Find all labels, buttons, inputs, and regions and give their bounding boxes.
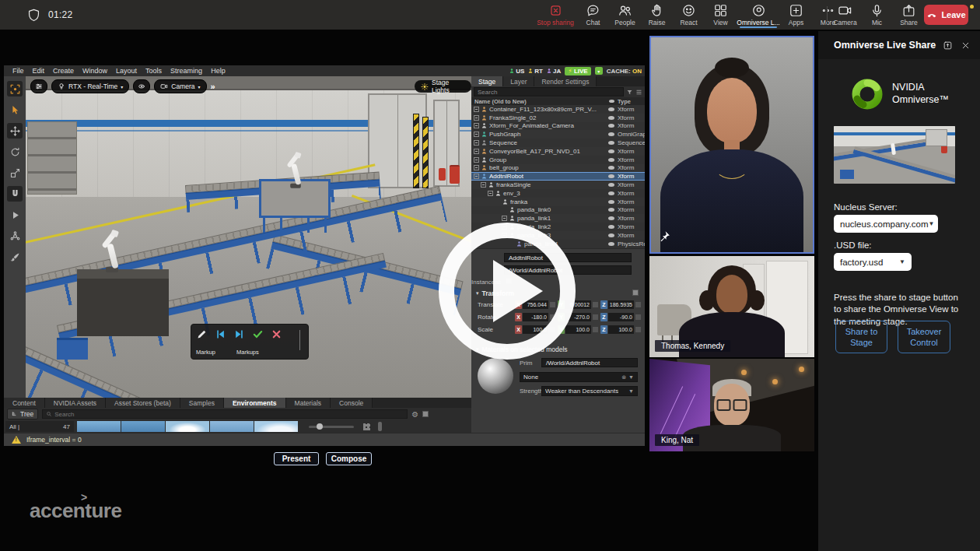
participant-tile-pinned[interactable] xyxy=(649,36,814,254)
visibility-button[interactable] xyxy=(133,79,150,93)
visibility-eye-icon[interactable] xyxy=(608,242,614,246)
visibility-eye-icon[interactable] xyxy=(608,225,614,229)
takeover-control-button[interactable]: Takeover Control xyxy=(898,321,950,353)
capture-tool[interactable] xyxy=(7,81,23,97)
omniverse-app-button[interactable]: Omniverse L... xyxy=(737,0,780,30)
live-badge[interactable]: ⚡LIVE xyxy=(565,67,590,75)
x-value-field[interactable]: 100.0 xyxy=(523,325,548,334)
environment-thumbnail[interactable] xyxy=(254,421,298,432)
stage-search-input[interactable]: Search xyxy=(474,87,624,97)
share-to-stage-button[interactable]: Share to Stage xyxy=(835,321,887,353)
stage-lights-button[interactable]: Stage Lights xyxy=(415,80,471,93)
expander-icon[interactable] xyxy=(474,107,479,112)
menu-item[interactable]: Layout xyxy=(116,67,137,75)
prim-name-field[interactable]: AddtnlRobot xyxy=(504,253,632,262)
transform-section-header[interactable]: ▾Transform xyxy=(476,290,514,297)
stop-sharing-button[interactable]: Stop sharing xyxy=(534,0,577,30)
grid-icon[interactable] xyxy=(363,423,370,430)
env-category-all[interactable]: All |47 xyxy=(5,421,74,432)
scale-tool[interactable] xyxy=(7,165,23,181)
z-value-field[interactable]: 186.5935 xyxy=(608,300,634,309)
tree-row[interactable]: Group Xform xyxy=(471,156,645,164)
paint-tool[interactable] xyxy=(7,249,23,265)
tree-row[interactable]: franka Xform xyxy=(471,198,645,206)
tree-row[interactable]: panda_link1 Xform xyxy=(471,214,645,223)
visibility-eye-icon[interactable] xyxy=(608,158,614,162)
expander-icon[interactable] xyxy=(474,174,479,179)
previous-markup-icon[interactable] xyxy=(215,328,226,340)
tree-row[interactable]: panda_link2 Xform xyxy=(471,223,645,231)
environment-thumbnail[interactable] xyxy=(166,421,209,432)
compose-button[interactable]: Compose xyxy=(326,452,372,465)
expander-icon[interactable] xyxy=(502,233,507,238)
play-tool[interactable] xyxy=(7,207,23,223)
people-button[interactable]: People xyxy=(609,0,641,30)
select-tool[interactable] xyxy=(7,102,23,118)
tree-row[interactable]: Container_F11_123x80x89cm_PR_V... Xform xyxy=(471,105,645,114)
visibility-eye-icon[interactable] xyxy=(608,132,614,136)
scrollbar[interactable] xyxy=(378,422,382,431)
participant-tile[interactable]: King, Nat xyxy=(649,359,814,451)
visibility-eye-icon[interactable] xyxy=(608,141,614,145)
browser-tab[interactable]: Console xyxy=(331,398,373,408)
tree-row[interactable]: panda_link0 Xform xyxy=(471,206,645,215)
panel-tab[interactable]: Render Settings xyxy=(534,76,597,86)
react-button[interactable]: React xyxy=(673,0,705,30)
move-tool[interactable] xyxy=(7,123,23,139)
tree-row[interactable]: env_3 Xform xyxy=(471,189,645,198)
viewport-options-button[interactable] xyxy=(30,79,47,93)
tree-row[interactable]: panda_link4 PhysicsRevolute xyxy=(471,240,645,248)
close-icon[interactable] xyxy=(961,40,971,51)
render-mode-pill[interactable]: RTX - Real-Time ▾ xyxy=(51,79,129,93)
panel-tab[interactable]: Layer xyxy=(503,76,534,86)
filter-icon[interactable] xyxy=(626,89,633,96)
instanceable-checkbox[interactable] xyxy=(506,278,512,284)
browser-tab[interactable]: Materials xyxy=(286,398,331,408)
raise-hand-button[interactable]: Raise xyxy=(641,0,673,30)
grid-view-icon[interactable] xyxy=(422,411,429,417)
prim-path-field[interactable]: /World/AddtnlRobot xyxy=(504,265,632,275)
visibility-eye-icon[interactable] xyxy=(608,183,614,187)
browser-tab[interactable]: Environments xyxy=(224,398,286,408)
visibility-eye-icon[interactable] xyxy=(608,116,614,120)
environment-thumbnail[interactable] xyxy=(77,421,121,432)
environment-thumbnail[interactable] xyxy=(121,421,165,432)
present-button[interactable]: Present xyxy=(274,452,319,465)
rotate-tool[interactable] xyxy=(7,144,23,160)
visibility-eye-icon[interactable] xyxy=(608,216,614,220)
nucleus-server-select[interactable]: nucleus.company.com▼ xyxy=(834,215,938,233)
x-value-field[interactable]: -180.0 xyxy=(523,313,548,321)
tree-row[interactable]: Sequence Sequence xyxy=(471,139,645,147)
expand-toolbar-chevrons[interactable]: » xyxy=(211,82,214,91)
materials-section-header[interactable]: ▾Materials on selected models xyxy=(476,346,568,353)
menu-item[interactable]: Window xyxy=(82,67,107,75)
tree-row[interactable]: frankaSingle Xform xyxy=(471,181,645,189)
visibility-eye-icon[interactable] xyxy=(608,233,614,237)
tree-row[interactable]: FrankaSingle_02 Xform xyxy=(471,114,645,122)
clear-icon[interactable]: ⊗ xyxy=(621,374,626,381)
expander-icon[interactable] xyxy=(488,191,493,196)
camera-button[interactable]: Camera xyxy=(829,0,861,30)
visibility-eye-icon[interactable] xyxy=(608,149,614,153)
participant-tile[interactable]: Thomas, Kennedy xyxy=(649,256,814,357)
chat-button[interactable]: Chat xyxy=(577,0,609,30)
visibility-eye-icon[interactable] xyxy=(608,107,614,111)
snap-tool[interactable] xyxy=(7,186,23,202)
physics-tool[interactable] xyxy=(7,228,23,244)
visibility-eye-icon[interactable] xyxy=(608,174,614,178)
tree-row[interactable]: ConveyorBelt_A17_PR_NVD_01 Xform xyxy=(471,147,645,156)
tree-view-button[interactable]: Tree xyxy=(7,409,38,419)
next-markup-icon[interactable] xyxy=(233,328,245,340)
markup-pencil-icon[interactable] xyxy=(196,328,208,340)
tree-row[interactable]: AddtnlRobot Xform xyxy=(471,172,645,181)
y-value-field[interactable]: -270.0 xyxy=(565,313,591,321)
popout-icon[interactable] xyxy=(943,40,953,51)
browser-tab[interactable]: Samples xyxy=(180,398,224,408)
camera-pill[interactable]: Camera ▾ xyxy=(154,79,206,93)
thumbnail-size-slider[interactable] xyxy=(309,426,354,428)
x-value-field[interactable]: 756.044 xyxy=(523,300,548,309)
browser-tab[interactable]: NVIDIA Assets xyxy=(45,398,106,408)
reject-markup-icon[interactable] xyxy=(271,328,282,340)
apps-button[interactable]: Apps xyxy=(780,0,812,30)
gear-icon[interactable]: ⚙ xyxy=(411,410,418,419)
